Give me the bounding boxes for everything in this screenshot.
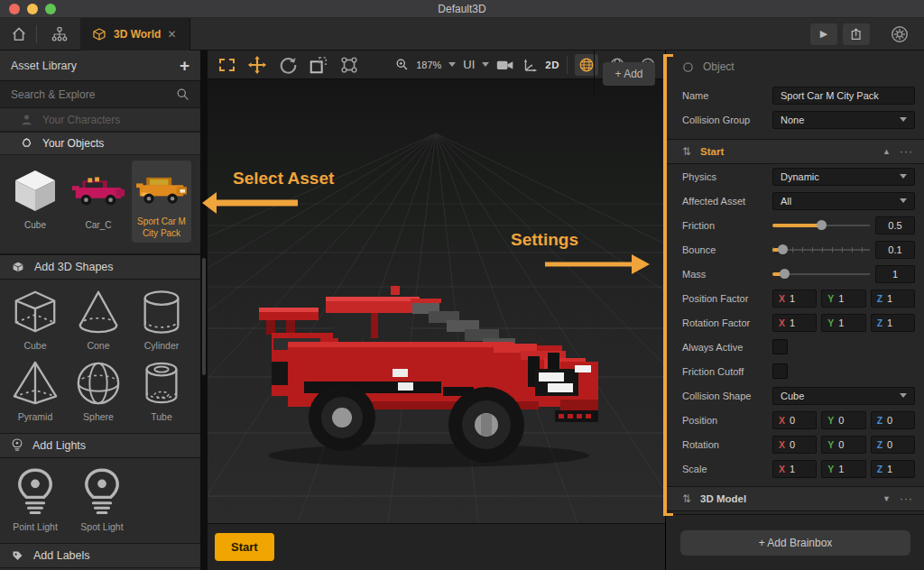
slider-thumb[interactable] — [817, 220, 827, 230]
affected-asset-value: All — [781, 196, 791, 207]
search-bar[interactable] — [0, 81, 200, 108]
add-lights-header[interactable]: Add Lights — [0, 433, 200, 458]
light-point[interactable]: Point Light — [7, 467, 63, 532]
camera-icon[interactable] — [496, 58, 514, 72]
zoom-icon[interactable] — [395, 58, 409, 71]
collapse-icon[interactable]: ▼ — [882, 494, 891, 503]
node-map-button[interactable] — [46, 22, 73, 47]
friction-cutoff-checkbox[interactable] — [772, 363, 788, 379]
mass-value-field[interactable]: 1 — [875, 265, 915, 283]
mode-2d-button[interactable]: 2D — [545, 60, 559, 70]
shape-cone[interactable]: Cone — [67, 287, 130, 351]
name-label: Name — [682, 90, 772, 101]
bounce-slider[interactable] — [772, 241, 870, 259]
position-factor-label: Position Factor — [682, 293, 772, 304]
shape-pyramid[interactable]: Pyramid — [4, 358, 67, 422]
globe-view-button-active[interactable] — [575, 54, 598, 76]
asset-cube[interactable]: Cube — [5, 161, 65, 235]
add-3d-shapes-header[interactable]: Add 3D Shapes — [0, 254, 200, 280]
rotation-y-field[interactable]: Y0 — [821, 436, 865, 454]
sidebar-scrollbar[interactable] — [200, 51, 208, 570]
chevron-down-icon[interactable] — [448, 62, 456, 67]
export-button[interactable] — [843, 23, 870, 45]
sidebar-item-your-characters[interactable]: Your Characters — [0, 108, 200, 132]
friction-slider[interactable] — [772, 216, 870, 234]
light-spot[interactable]: Spot Light — [74, 467, 130, 532]
scale-y-field[interactable]: Y1 — [821, 460, 865, 478]
position-x-field[interactable]: X0 — [772, 411, 817, 429]
voxel-car-model[interactable] — [257, 255, 605, 472]
more-menu-icon[interactable]: ··· — [900, 492, 913, 505]
settings-button[interactable] — [886, 23, 913, 45]
scale-x-field[interactable]: X1 — [772, 460, 817, 478]
mass-slider[interactable] — [772, 265, 870, 283]
add-brainbox-button[interactable]: + Add Brainbox — [680, 530, 910, 556]
add-node-button[interactable]: + Add — [603, 62, 655, 86]
always-active-checkbox[interactable] — [772, 339, 788, 354]
add-labels-header[interactable]: Add Labels — [0, 543, 200, 568]
3d-viewport[interactable] — [208, 79, 665, 523]
rotation-factor-z-field[interactable]: Z1 — [871, 314, 915, 332]
start-button[interactable]: Start — [215, 533, 274, 561]
ui-menu[interactable]: UI — [463, 58, 475, 71]
friction-label: Friction — [682, 220, 772, 231]
zoom-level[interactable]: 187% — [416, 60, 441, 70]
scale-label: Scale — [682, 464, 772, 474]
physics-select[interactable]: Dynamic — [772, 168, 915, 186]
collapse-icon[interactable]: ▲ — [882, 147, 891, 156]
axes-gizmo-icon[interactable] — [522, 57, 538, 73]
position-factor-z-field[interactable]: Z1 — [871, 290, 915, 308]
rotation-z-field[interactable]: Z0 — [871, 436, 915, 454]
scale-z-field[interactable]: Z1 — [871, 460, 915, 478]
tab-3d-world[interactable]: 3D World ✕ — [80, 18, 190, 51]
3d-model-section-header[interactable]: ⇅ 3D Model ▼··· — [666, 486, 924, 511]
rotation-factor-y-field[interactable]: Y1 — [821, 314, 865, 332]
collision-shape-select[interactable]: Cube — [772, 387, 915, 405]
position-z-field[interactable]: Z0 — [871, 411, 915, 429]
shape-label: Sphere — [83, 411, 114, 422]
physics-value: Dynamic — [781, 171, 819, 182]
start-section-header[interactable]: ⇅ Start ▲··· — [666, 139, 924, 164]
asset-sport-car-m[interactable]: Sport Car M City Pack — [132, 161, 191, 243]
shape-sphere[interactable]: Sphere — [67, 358, 130, 422]
node-tree-icon — [51, 25, 69, 43]
select-tool[interactable] — [213, 53, 240, 77]
scrollbar-thumb[interactable] — [202, 258, 206, 375]
search-input[interactable] — [11, 88, 176, 101]
scale-tool[interactable] — [305, 53, 332, 77]
object-inspector-panel: Object Name Collision Group None ⇅ Start… — [665, 51, 924, 570]
rotate-tool[interactable] — [274, 53, 301, 77]
affected-asset-select[interactable]: All — [772, 192, 915, 210]
value: 0 — [887, 415, 892, 426]
add-asset-button[interactable]: + — [180, 57, 189, 74]
asset-car-c[interactable]: Car_C — [69, 161, 128, 235]
select-asset-arrow — [202, 192, 303, 214]
move-tool[interactable] — [244, 53, 271, 77]
position-factor-y-field[interactable]: Y1 — [821, 290, 865, 308]
rotation-x-field[interactable]: X0 — [772, 436, 817, 454]
slider-thumb[interactable] — [778, 244, 788, 254]
rotation-factor-x-field[interactable]: X1 — [772, 314, 817, 332]
play-button[interactable]: ▶ — [810, 23, 837, 45]
sort-arrows-icon: ⇅ — [682, 145, 691, 158]
close-tab-icon[interactable]: ✕ — [167, 28, 176, 41]
shape-cube[interactable]: Cube — [4, 287, 67, 351]
position-y-field[interactable]: Y0 — [821, 411, 865, 429]
shape-cylinder[interactable]: Cylinder — [130, 287, 193, 351]
name-input-wrap[interactable] — [772, 87, 915, 105]
top-actions: ▶ — [810, 23, 913, 45]
slider-thumb[interactable] — [780, 269, 790, 279]
collision-group-select[interactable]: None — [772, 111, 915, 129]
name-input[interactable] — [781, 90, 907, 101]
shape-label: Tube — [151, 411, 172, 422]
friction-value-field[interactable]: 0.5 — [875, 216, 915, 234]
position-factor-x-field[interactable]: X1 — [772, 290, 817, 308]
free-transform-tool[interactable] — [336, 53, 363, 77]
sidebar-item-your-objects[interactable]: Your Objects — [0, 132, 200, 155]
home-button[interactable] — [5, 22, 32, 47]
chevron-down-icon[interactable] — [482, 62, 489, 67]
cube-asset-thumbnail — [10, 164, 60, 216]
bounce-value-field[interactable]: 0.1 — [875, 241, 915, 259]
shape-tube[interactable]: Tube — [130, 358, 193, 422]
more-menu-icon[interactable]: ··· — [900, 145, 913, 158]
